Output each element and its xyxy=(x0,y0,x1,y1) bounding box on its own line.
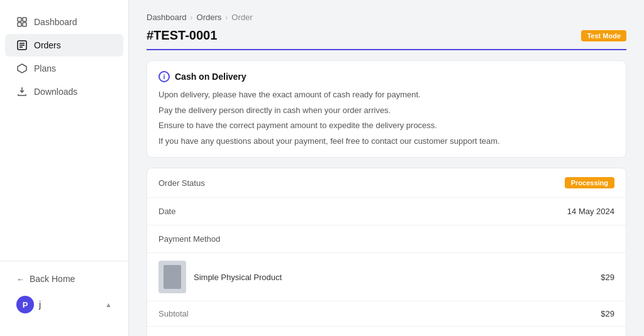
avatar: P xyxy=(16,296,34,313)
sidebar-item-plans[interactable]: Plans xyxy=(5,57,123,80)
order-details-card: Order Status Processing Date 14 May 2024… xyxy=(147,168,626,336)
payment-method-label: Payment Method xyxy=(158,234,220,244)
total-row: Total USD $29 xyxy=(147,327,626,336)
subtotal-value: $29 xyxy=(601,309,614,318)
breadcrumb-sep-1: › xyxy=(191,13,193,22)
info-icon: i xyxy=(158,71,170,82)
back-arrow-icon: ← xyxy=(16,274,25,284)
user-row[interactable]: P j ▲ xyxy=(5,290,123,319)
order-status-row: Order Status Processing xyxy=(147,168,626,198)
cash-on-delivery-box: i Cash on Delivery Upon delivery, please… xyxy=(147,60,626,158)
product-row: Simple Physical Product $29 xyxy=(147,253,626,301)
info-line-1: Upon delivery, please have the exact amo… xyxy=(158,89,614,101)
breadcrumb-orders[interactable]: Orders xyxy=(197,13,222,22)
info-line-3: Ensure to have the correct payment amoun… xyxy=(158,119,614,132)
orders-icon xyxy=(16,40,28,51)
back-home-button[interactable]: ← Back Home xyxy=(5,268,123,290)
sidebar-item-dashboard[interactable]: Dashboard xyxy=(5,11,123,33)
sidebar-nav: Dashboard Orders Plans xyxy=(0,10,128,261)
sidebar-item-plans-label: Plans xyxy=(34,63,56,73)
info-box-title-text: Cash on Delivery xyxy=(175,72,247,82)
breadcrumb: Dashboard › Orders › Order xyxy=(147,13,626,22)
info-line-4: If you have any questions about your pay… xyxy=(158,135,614,148)
plans-icon xyxy=(16,63,28,74)
user-name: j xyxy=(39,300,100,310)
date-label: Date xyxy=(158,207,175,216)
page-title-row: #TEST-0001 Test Mode xyxy=(147,28,626,50)
back-home-label: Back Home xyxy=(30,274,75,284)
sidebar-bottom: ← Back Home P j ▲ xyxy=(0,261,128,326)
sidebar: Dashboard Orders Plans xyxy=(0,0,129,336)
svg-rect-2 xyxy=(18,23,21,26)
product-name: Simple Physical Product xyxy=(194,273,282,282)
svg-rect-3 xyxy=(23,23,26,26)
product-thumbnail xyxy=(158,261,186,293)
date-value: 14 May 2024 xyxy=(567,207,614,216)
svg-rect-0 xyxy=(18,18,21,21)
product-thumb-inner xyxy=(164,265,181,289)
payment-method-row: Payment Method xyxy=(147,225,626,253)
breadcrumb-dashboard[interactable]: Dashboard xyxy=(147,13,187,22)
breadcrumb-sep-2: › xyxy=(225,13,228,22)
main-content: Dashboard › Orders › Order #TEST-0001 Te… xyxy=(129,0,644,336)
subtotal-label: Subtotal xyxy=(158,309,189,318)
info-box-lines: Upon delivery, please have the exact amo… xyxy=(158,89,614,147)
dashboard-icon xyxy=(16,16,28,28)
sidebar-item-downloads-label: Downloads xyxy=(34,87,77,97)
svg-rect-1 xyxy=(23,18,26,21)
sidebar-item-orders[interactable]: Orders xyxy=(5,34,123,57)
info-box-title: i Cash on Delivery xyxy=(158,71,614,82)
breadcrumb-order: Order xyxy=(231,13,252,22)
product-info: Simple Physical Product xyxy=(158,261,282,293)
test-mode-badge: Test Mode xyxy=(581,30,626,41)
sidebar-item-downloads[interactable]: Downloads xyxy=(5,80,123,103)
page-title: #TEST-0001 xyxy=(147,28,217,43)
processing-badge: Processing xyxy=(565,177,614,188)
chevron-up-icon: ▲ xyxy=(105,301,112,308)
sidebar-item-orders-label: Orders xyxy=(34,40,61,50)
product-price: $29 xyxy=(601,273,614,282)
subtotal-row: Subtotal $29 xyxy=(147,301,626,327)
date-row: Date 14 May 2024 xyxy=(147,198,626,225)
downloads-icon xyxy=(16,86,28,97)
sidebar-item-dashboard-label: Dashboard xyxy=(34,17,77,27)
info-line-2: Pay the delivery person directly in cash… xyxy=(158,104,614,117)
order-status-label: Order Status xyxy=(158,178,205,188)
